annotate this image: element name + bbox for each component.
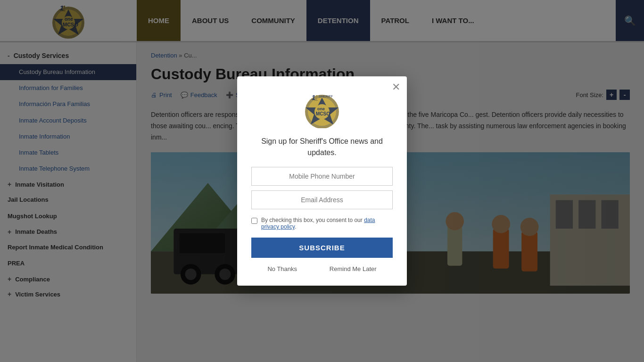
consent-checkbox[interactable] (251, 218, 257, 224)
svg-text:one: one (317, 107, 325, 111)
email-input[interactable] (251, 190, 393, 209)
svg-text:SHERIFF: SHERIFF (319, 95, 333, 98)
modal-logo-svg: one MCSO 1 1 SHERIFF (301, 90, 343, 128)
consent-area: By checking this box, you consent to our… (251, 217, 393, 230)
svg-text:MCSO: MCSO (316, 111, 330, 116)
subscribe-modal: ✕ one MCSO 1 1 SHERIFF Sign up for Sheri… (237, 76, 407, 286)
remind-later-link[interactable]: Remind Me Later (330, 265, 377, 272)
svg-text:1: 1 (312, 94, 315, 101)
modal-logo: one MCSO 1 1 SHERIFF (251, 90, 393, 128)
modal-footer-links: No Thanks Remind Me Later (251, 265, 393, 272)
modal-title: Sign up for Sheriff's Office news and up… (251, 136, 393, 158)
modal-overlay: ✕ one MCSO 1 1 SHERIFF Sign up for Sheri… (0, 0, 644, 362)
no-thanks-link[interactable]: No Thanks (267, 265, 297, 272)
consent-text: By checking this box, you consent to our… (261, 217, 393, 230)
phone-input[interactable] (251, 167, 393, 186)
modal-close-button[interactable]: ✕ (392, 82, 400, 92)
subscribe-button[interactable]: SUBSCRIBE (251, 238, 393, 258)
